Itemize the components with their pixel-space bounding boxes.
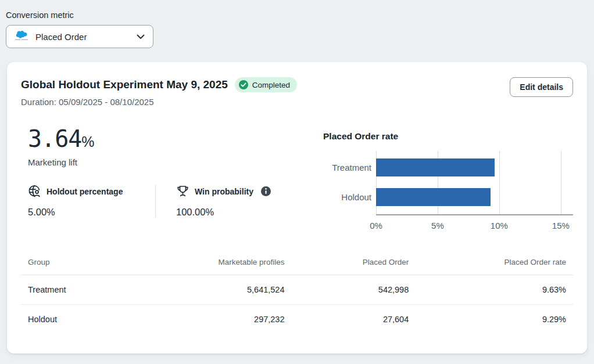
table-row-holdout: Holdout 297,232 27,604 9.29% (21, 305, 573, 334)
card-header: Global Holdout Experiment May 9, 2025 Co… (21, 77, 573, 107)
chart-title: Placed Order rate (323, 131, 573, 142)
experiment-duration: Duration: 05/09/2025 - 08/10/2025 (21, 97, 510, 107)
conversion-metric-dropdown[interactable]: Placed Order (6, 25, 153, 48)
cell-group: Holdout (21, 305, 131, 334)
gridline (561, 151, 561, 215)
info-icon[interactable] (260, 186, 271, 197)
bar-treatment[interactable] (376, 158, 495, 176)
marketing-lift-value: 3.64% (28, 125, 294, 152)
status-badge: Completed (235, 77, 297, 92)
commerce-cloud-logo-icon (15, 31, 28, 42)
edit-details-button[interactable]: Edit details (510, 77, 573, 97)
vertical-divider (155, 185, 156, 218)
win-probability-label: Win probability (195, 187, 253, 196)
cell-placed-order: 542,998 (292, 275, 416, 304)
win-probability-stat: Win probability 100.00% (176, 185, 271, 218)
category-label: Holdout (341, 192, 371, 202)
chart-category-labels: Treatment Holdout (322, 151, 376, 215)
category-label: Treatment (332, 163, 371, 172)
chart-plot-area (376, 151, 573, 215)
x-tick-label: 10% (491, 221, 508, 230)
conversion-metric-section: Conversion metric Placed Order (0, 0, 594, 48)
gridline (499, 151, 500, 215)
check-circle-icon (238, 80, 249, 90)
holdout-percentage-stat: Holdout percentage 5.00% (28, 185, 155, 218)
holdout-percentage-label: Holdout percentage (46, 187, 123, 196)
x-tick-label: 0% (370, 221, 382, 230)
conversion-metric-value: Placed Order (35, 32, 87, 42)
column-header-placed-order: Placed Order (292, 254, 416, 275)
placed-order-rate-chart: Placed Order rate Treatment Holdout 0% (322, 125, 573, 233)
cell-placed-order: 27,604 (292, 305, 416, 334)
globe-audience-icon (28, 185, 41, 198)
cell-placed-order-rate: 9.63% (416, 275, 573, 304)
stats-column: 3.64% Marketing lift (21, 125, 294, 233)
cell-marketable-profiles: 5,641,524 (131, 275, 292, 304)
cell-placed-order-rate: 9.29% (416, 305, 573, 334)
marketing-lift-label: Marketing lift (28, 157, 294, 167)
win-probability-value: 100.00% (176, 207, 271, 218)
cell-marketable-profiles: 297,232 (131, 305, 292, 334)
cell-group: Treatment (21, 275, 131, 304)
experiment-title: Global Holdout Experiment May 9, 2025 (21, 78, 228, 91)
column-header-marketable-profiles: Marketable profiles (131, 254, 292, 275)
results-table: Group Marketable profiles Placed Order P… (21, 254, 573, 334)
trophy-icon (176, 185, 189, 198)
holdout-percentage-value: 5.00% (28, 207, 155, 218)
experiment-card: Global Holdout Experiment May 9, 2025 Co… (7, 62, 587, 354)
table-row-treatment: Treatment 5,641,524 542,998 9.63% (21, 275, 573, 305)
status-badge-label: Completed (252, 81, 290, 89)
x-axis-line (376, 214, 573, 215)
x-tick-label: 5% (431, 221, 444, 230)
chevron-down-icon (137, 34, 145, 39)
bar-holdout[interactable] (376, 188, 491, 206)
chart-x-axis-labels: 0% 5% 10% 15% (376, 221, 573, 233)
column-header-group: Group (21, 254, 131, 275)
x-tick-label: 15% (552, 221, 570, 230)
conversion-metric-label: Conversion metric (6, 10, 588, 20)
column-header-placed-order-rate: Placed Order rate (416, 254, 573, 275)
